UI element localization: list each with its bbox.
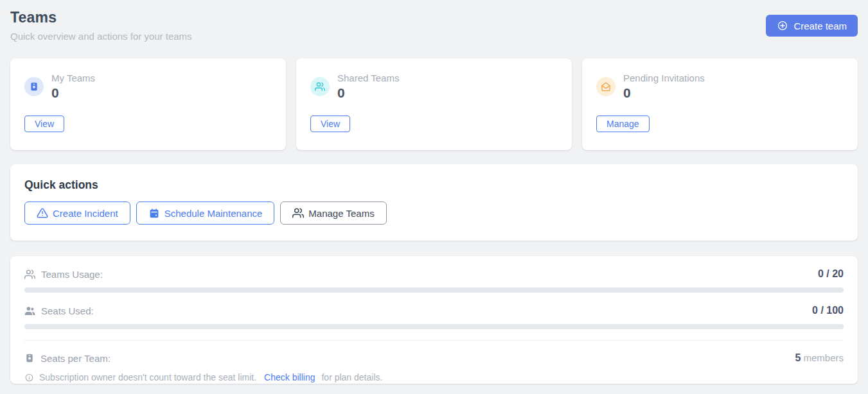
teams-usage-value: 0 / 20 [818,268,844,280]
mail-open-icon [596,77,616,96]
seats-used-progress [24,324,844,329]
stat-text: Shared Teams 0 [337,73,399,101]
manage-teams-label: Manage Teams [308,208,374,219]
teams-usage-progress [24,287,844,293]
create-team-button[interactable]: Create team [766,15,858,37]
stat-text: My Teams 0 [51,73,95,101]
note-text: Subscription owner doesn't count toward … [39,372,256,382]
seats-used-value: 0 / 100 [812,305,844,316]
quick-actions-buttons: Create Incident Schedule Maintenance Man… [24,201,844,225]
pending-invitations-manage-button[interactable]: Manage [596,116,650,132]
id-badge-icon [24,77,44,96]
schedule-maintenance-button[interactable]: Schedule Maintenance [136,201,275,225]
seats-per-team-label-wrap: Seats per Team: [24,353,111,364]
my-teams-view-button[interactable]: View [24,116,64,132]
note-suffix: for plan details. [321,372,382,382]
teams-usage-label: Teams Usage: [41,269,103,280]
create-incident-button[interactable]: Create Incident [24,201,130,225]
stat-card-top: Pending Invitations 0 [596,73,844,101]
shared-teams-view-button[interactable]: View [310,116,350,132]
users-icon [292,207,304,219]
users-filled-icon [24,305,35,316]
seats-per-team-value: 5 [795,352,801,363]
seats-used-label-wrap: Seats Used: [24,305,94,316]
usage-divider [24,340,844,341]
create-team-label: Create team [793,21,847,31]
stats-row: My Teams 0 View Shared Teams 0 View [10,58,858,150]
stat-card-top: Shared Teams 0 [310,73,558,101]
create-incident-label: Create Incident [53,208,118,219]
users-icon [310,77,330,96]
page-subtitle: Quick overview and actions for your team… [10,31,192,42]
stat-card-my-teams: My Teams 0 View [10,58,286,150]
quick-actions-card: Quick actions Create Incident Schedule M… [10,164,858,241]
usage-card: Teams Usage: 0 / 20 Seats Used: 0 / 100 [10,256,858,384]
stat-card-pending-invitations: Pending Invitations 0 Manage [582,58,858,150]
seats-used-row: Seats Used: 0 / 100 [24,305,844,316]
stat-card-top: My Teams 0 [24,73,272,101]
seat-limit-note: Subscription owner doesn't count toward … [24,372,844,382]
page-header-text: Teams Quick overview and actions for you… [10,9,192,42]
check-billing-link[interactable]: Check billing [264,372,315,382]
stat-value: 0 [337,85,399,101]
seats-per-team-suffix: members [801,352,844,363]
teams-page: Teams Quick overview and actions for you… [0,0,868,384]
seats-per-team-row: Seats per Team: 5 members [24,352,844,364]
manage-teams-button[interactable]: Manage Teams [280,201,386,225]
stat-text: Pending Invitations 0 [623,73,705,101]
page-title: Teams [10,9,192,26]
stat-value: 0 [51,85,95,101]
stat-value: 0 [623,85,705,101]
teams-usage-label-wrap: Teams Usage: [24,269,103,280]
page-header: Teams Quick overview and actions for you… [10,9,858,42]
seats-per-team-label: Seats per Team: [40,353,111,364]
seats-per-team-value-wrap: 5 members [795,352,844,364]
id-badge-icon [24,353,35,363]
schedule-maintenance-label: Schedule Maintenance [164,208,263,219]
stat-label: Pending Invitations [623,73,705,83]
plus-circle-icon [777,20,788,31]
calendar-icon [148,207,160,219]
seats-used-label: Seats Used: [41,305,94,316]
stat-label: Shared Teams [337,73,399,83]
quick-actions-title: Quick actions [24,178,844,192]
info-icon [24,373,34,382]
teams-usage-row: Teams Usage: 0 / 20 [24,268,844,280]
users-outline-icon [24,269,35,280]
stat-card-shared-teams: Shared Teams 0 View [296,58,572,150]
stat-label: My Teams [51,73,95,83]
warning-icon [37,207,48,219]
